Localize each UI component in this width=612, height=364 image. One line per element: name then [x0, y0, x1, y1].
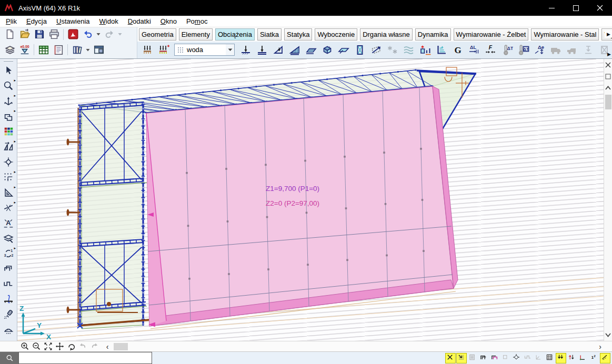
restore-view-icon[interactable]	[604, 70, 612, 82]
search-button[interactable]	[0, 352, 18, 364]
coordinate-system-tool[interactable]: ▸	[1, 93, 16, 108]
zoom-out-icon[interactable]	[31, 342, 42, 351]
menu-okno[interactable]: Okno	[156, 16, 182, 27]
renumber-tool[interactable]: 123▸	[1, 246, 16, 261]
tab-wymiarowanie-żelbet[interactable]: Wymiarowanie - Żelbet	[454, 28, 529, 41]
vscroll-thumb[interactable]	[605, 95, 611, 109]
material-library-icon[interactable]	[70, 43, 84, 56]
open-file-icon[interactable]	[17, 28, 32, 41]
save-file-icon[interactable]	[32, 28, 46, 41]
scroll-down-icon[interactable]	[604, 329, 612, 341]
new-document-icon[interactable]	[3, 28, 17, 41]
model-canvas[interactable]: Z1=9,700 (P1=0) Z2=0 (P2=97,00) Z Y X	[17, 59, 604, 341]
node-snap-status-icon[interactable]	[511, 353, 522, 363]
print-icon[interactable]	[47, 28, 61, 41]
frame-imperfection-icon[interactable]	[352, 42, 367, 57]
menu-edycja[interactable]: Edycja	[22, 16, 52, 27]
hscroll-left-icon[interactable]: ‹	[103, 342, 112, 351]
tab-obciążenia[interactable]: Obciążenia	[215, 28, 255, 41]
solid-load-icon[interactable]	[319, 42, 335, 57]
table-browser-icon[interactable]	[36, 43, 51, 56]
vertical-scrollbar[interactable]	[604, 59, 612, 341]
pdf-export-icon[interactable]	[66, 28, 80, 41]
point-load-beam-icon[interactable]	[254, 42, 269, 57]
self-weight-icon[interactable]: G	[450, 42, 465, 57]
tab-drgania-własne[interactable]: Drgania własne	[360, 28, 413, 41]
grid-snap-status-icon[interactable]	[456, 353, 467, 363]
tension-load-icon[interactable]	[368, 42, 384, 57]
numbering-status-icon[interactable]: 12	[589, 353, 599, 363]
load-toolbar-overflow-icon[interactable]: ▶	[607, 52, 611, 57]
linear-surface-load-icon[interactable]	[287, 42, 302, 57]
workplane-tool[interactable]: ▸	[1, 108, 16, 124]
virtual-beam-tool[interactable]	[1, 261, 16, 276]
domain-contour-tool[interactable]	[1, 276, 16, 291]
local-axes-status-icon[interactable]	[534, 353, 544, 363]
redo-menu-icon[interactable]	[117, 28, 123, 41]
snow-load-icon[interactable]	[385, 42, 400, 57]
undo-icon[interactable]	[81, 28, 95, 41]
integrated-loads-tool[interactable]	[1, 291, 16, 307]
menu-dodatki[interactable]: Dodatki	[123, 16, 156, 27]
thermal-load-surface-icon[interactable]: ΔT	[515, 42, 530, 57]
support-displacement-icon[interactable]: Δe	[531, 42, 547, 57]
slab-load-icon[interactable]	[336, 42, 351, 57]
undo-menu-icon[interactable]	[95, 28, 102, 41]
pan-icon[interactable]	[54, 342, 65, 351]
seismic-load-icon[interactable]	[417, 42, 433, 57]
next-view-disabled-icon[interactable]	[88, 342, 100, 351]
tab-elementy[interactable]: Elementy	[179, 28, 213, 41]
slope-display-status-icon[interactable]	[600, 353, 610, 363]
zoom-fit-icon[interactable]	[42, 342, 54, 351]
drafting-tools-tool[interactable]: ▸	[1, 185, 16, 200]
tab-dynamika[interactable]: Dynamika	[415, 28, 451, 41]
node-tool-tool[interactable]	[1, 154, 16, 169]
axis-display-status-icon[interactable]	[578, 353, 588, 363]
close-button[interactable]	[588, 0, 612, 16]
hscroll-thumb[interactable]	[114, 343, 128, 350]
tab-statyka[interactable]: Statyka	[284, 28, 312, 41]
maximize-button[interactable]	[564, 0, 588, 16]
model-view[interactable]: Z1=9,700 (P1=0) Z2=0 (P2=97,00) Z Y X	[17, 59, 604, 341]
line-load-icon[interactable]	[139, 42, 155, 57]
point-load-icon[interactable]	[238, 42, 253, 57]
close-view-icon[interactable]	[604, 59, 612, 70]
concentrated-force-icon[interactable]: F	[483, 42, 498, 57]
tab-wyboczenie[interactable]: Wyboczenie	[315, 28, 357, 41]
library-menu-icon[interactable]	[85, 43, 91, 56]
line-load-add-icon[interactable]	[156, 42, 171, 57]
workplane-b-status-icon[interactable]	[489, 353, 500, 363]
wind-load-icon[interactable]	[401, 42, 416, 57]
zoom-tool[interactable]: ▸	[1, 78, 16, 93]
geometry-transform-tool[interactable]: ▸	[1, 139, 16, 154]
coordinate-origin-status-icon[interactable]	[445, 353, 456, 363]
scroll-up-icon[interactable]	[604, 82, 612, 94]
tab-wymiarowanie-stal[interactable]: Wymiarowanie - Stal	[531, 28, 599, 41]
story-levels-icon[interactable]: ±0.00	[17, 43, 32, 56]
prev-view-disabled-icon[interactable]	[77, 342, 88, 351]
display-options-icon[interactable]	[92, 43, 106, 56]
hscroll-right-icon[interactable]: ›	[599, 341, 601, 352]
surface-load-icon[interactable]	[303, 42, 318, 57]
wedge-load-icon[interactable]	[270, 42, 286, 57]
select-paint-tool[interactable]	[1, 307, 16, 322]
report-maker-icon[interactable]	[51, 43, 65, 56]
load-case-combo[interactable]: woda	[174, 44, 235, 56]
moving-load-disabled-icon[interactable]	[580, 42, 596, 57]
mesh-table-status-icon[interactable]	[545, 353, 555, 363]
layer-manager-icon[interactable]	[3, 43, 17, 56]
table-view-status-icon[interactable]	[467, 353, 478, 363]
zoom-in-icon[interactable]	[19, 342, 31, 351]
menu-ustawienia[interactable]: Ustawienia	[52, 16, 95, 27]
moving-load-path-tool[interactable]	[1, 322, 16, 337]
tab-geometria[interactable]: Geometria	[139, 28, 176, 41]
displacement-display-status-icon[interactable]	[567, 353, 577, 363]
water-pressure-icon[interactable]	[434, 42, 449, 57]
tabs-overflow-icon[interactable]: ▶	[605, 31, 612, 38]
menu-pomoc[interactable]: Pomoc	[182, 16, 212, 27]
structure-parts-tool[interactable]: ▸	[1, 169, 16, 185]
length-change-icon[interactable]: ΔL	[466, 42, 481, 57]
moving-load-vehicle-icon[interactable]	[564, 42, 579, 57]
line-break-tool[interactable]: ▸	[1, 200, 16, 215]
menu-widok[interactable]: Widok	[95, 16, 123, 27]
